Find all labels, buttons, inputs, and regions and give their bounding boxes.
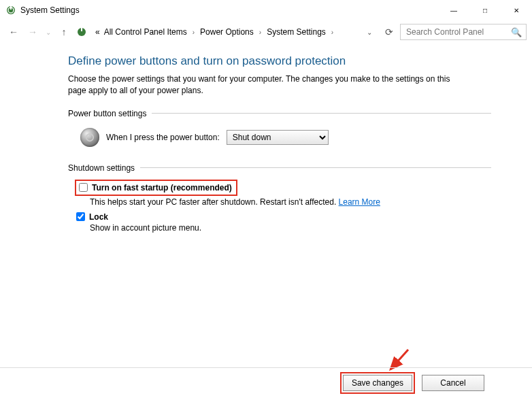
section-label: Power button settings [68, 109, 146, 118]
fast-startup-highlight: Turn on fast startup (recommended) [75, 180, 237, 196]
search-box[interactable]: 🔍 [400, 24, 527, 40]
svg-line-7 [390, 350, 408, 369]
breadcrumb-item[interactable]: Power Options [199, 26, 255, 38]
cancel-button[interactable]: Cancel [422, 375, 484, 391]
app-icon [5, 5, 16, 16]
back-button[interactable]: ← [5, 24, 22, 40]
chevron-right-icon[interactable]: › [256, 29, 264, 36]
section-header-power-button: Power button settings [68, 109, 491, 118]
breadcrumb-prefix[interactable]: « [94, 26, 101, 38]
power-button-row: When I press the power button: Shut down [80, 128, 491, 147]
minimize-button[interactable]: — [438, 0, 469, 20]
window-controls: — □ ✕ [438, 0, 532, 20]
divider [140, 167, 491, 168]
fast-startup-checkbox[interactable] [79, 183, 88, 192]
chevron-right-icon[interactable]: › [329, 29, 336, 36]
lock-description: Show in account picture menu. [90, 223, 491, 233]
annotation-arrow [384, 348, 411, 375]
power-button-action-select[interactable]: Shut down [227, 130, 329, 145]
search-icon[interactable]: 🔍 [511, 27, 522, 37]
section-header-shutdown: Shutdown settings [68, 163, 491, 173]
save-changes-button[interactable]: Save changes [343, 375, 412, 391]
content-area: Define power buttons and turn on passwor… [68, 54, 491, 238]
recent-locations-button[interactable]: ⌄ [44, 24, 53, 40]
svg-rect-6 [89, 133, 90, 137]
title-bar: System Settings — □ ✕ [0, 0, 532, 20]
page-description: Choose the power settings that you want … [68, 73, 463, 97]
power-icon [80, 128, 99, 147]
save-button-highlight: Save changes [340, 372, 415, 394]
fast-startup-label: Turn on fast startup (recommended) [92, 183, 232, 192]
refresh-button[interactable]: ⟳ [381, 24, 397, 40]
learn-more-link[interactable]: Learn More [339, 197, 380, 207]
up-button[interactable]: ↑ [56, 24, 72, 40]
close-button[interactable]: ✕ [501, 0, 532, 20]
page-title: Define power buttons and turn on passwor… [68, 54, 491, 68]
svg-rect-4 [81, 28, 82, 31]
lock-label: Lock [89, 212, 108, 222]
toolbar: ← → ⌄ ↑ « All Control Panel Items › Powe… [0, 20, 532, 44]
search-input[interactable] [405, 27, 511, 37]
address-dropdown-button[interactable]: ⌄ [363, 29, 376, 36]
footer-divider [0, 367, 532, 368]
divider [152, 113, 491, 114]
address-icon [75, 25, 88, 39]
lock-row: Lock [76, 212, 491, 222]
fast-startup-description: This helps start your PC faster after sh… [90, 197, 491, 207]
forward-button[interactable]: → [24, 24, 41, 40]
breadcrumb-item[interactable]: System Settings [265, 26, 327, 38]
section-label: Shutdown settings [68, 163, 135, 173]
button-row: Save changes Cancel [340, 372, 484, 394]
chevron-right-icon[interactable]: › [190, 29, 197, 36]
breadcrumb[interactable]: « All Control Panel Items › Power Option… [91, 24, 378, 40]
maximize-button[interactable]: □ [469, 0, 501, 20]
lock-checkbox[interactable] [76, 212, 85, 221]
window-title: System Settings [20, 5, 438, 15]
breadcrumb-item[interactable]: All Control Panel Items [103, 26, 188, 38]
power-button-label: When I press the power button: [106, 133, 220, 142]
